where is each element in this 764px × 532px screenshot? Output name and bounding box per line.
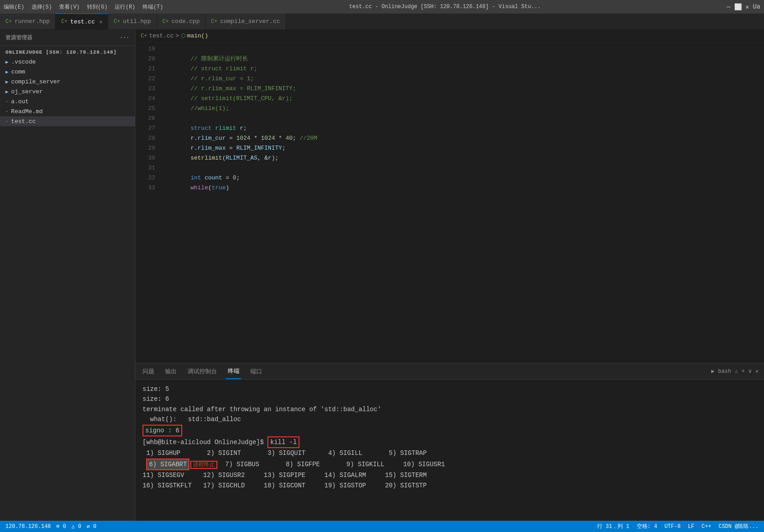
signo-box: signo : 6	[143, 425, 182, 436]
kill-cmd-box: kill -l	[267, 436, 299, 448]
menu-select[interactable]: 选择(S)	[32, 3, 52, 11]
menu-run[interactable]: 运行(R)	[115, 3, 135, 11]
sidebar-item-testcc[interactable]: · test.cc	[0, 116, 135, 126]
code-line-22: // r.rlim_cur = 1;	[162, 74, 764, 84]
terminal-line-8: 6) SIGABRT进程终止 7) SIGBUS 8) SIGFPE 9) SI…	[143, 459, 757, 470]
code-editor[interactable]: 19 20 21 22 23 24 25 26 27 28 29 30 31 3…	[135, 42, 764, 363]
terminal-shell-label: bash	[718, 368, 731, 375]
status-credit: CSDN @陈陈...	[718, 523, 759, 530]
terminal-add-icon[interactable]: +	[741, 368, 745, 375]
folder-icon: ▶	[5, 59, 9, 65]
tab-terminal[interactable]: 终端	[226, 363, 241, 379]
terminal-line-4: what(): std::bad_alloc	[143, 414, 757, 424]
tab-bar: C+ runner.hpp C+ test.cc ✕ C+ util.hpp C…	[0, 14, 764, 30]
sidebar-item-aout[interactable]: · a.out	[0, 96, 135, 106]
status-sync[interactable]: ⇄ 0	[87, 523, 97, 530]
breadcrumb-separator: >	[175, 32, 179, 39]
line-num-24: 24	[148, 94, 155, 104]
status-language[interactable]: C++	[702, 523, 712, 530]
window-controls[interactable]: — ⬜ ✕ Ua	[727, 3, 760, 11]
line-num-29: 29	[148, 143, 155, 153]
file-icon: ·	[5, 99, 9, 104]
tab-debug-console[interactable]: 调试控制台	[186, 363, 219, 379]
sidebar-item-oj-server[interactable]: ▶ oj_server	[0, 87, 135, 96]
terminal-panel: 问题 输出 调试控制台 终端 端口 ▶ bash ⚠ + ∨ ✕ size: 5…	[135, 363, 764, 521]
menu-bar[interactable]: 编辑(E) 选择(S) 查看(V) 转到(G) 运行(R) 终端(T)	[4, 3, 163, 11]
tab-ports[interactable]: 端口	[249, 363, 264, 379]
status-eol: LF	[688, 523, 694, 530]
window-minimize[interactable]: —	[727, 3, 730, 11]
sidebar-item-comm[interactable]: ▶ comm	[0, 67, 135, 77]
line-num-30: 30	[148, 153, 155, 163]
tab-runner-hpp[interactable]: C+ runner.hpp	[0, 14, 55, 29]
status-line-col[interactable]: 行 31，列 1	[597, 523, 630, 530]
terminal-line-1: size: 5	[143, 384, 757, 394]
terminal-line-7: 1) SIGHUP 2) SIGINT 3) SIGQUIT 4) SIGILL…	[143, 448, 757, 458]
sidebar-item-label: oj_server	[11, 88, 43, 95]
sidebar-item-label: ReadMe.md	[11, 108, 43, 115]
terminal-body: size: 5 size: 6 terminate called after t…	[135, 380, 764, 521]
tab-label-util: util.hpp	[123, 18, 151, 25]
line-num-26: 26	[148, 114, 155, 124]
code-line-19	[162, 44, 764, 54]
breadcrumb-func[interactable]: main()	[187, 32, 208, 39]
terminal-close-icon[interactable]: ✕	[755, 368, 759, 375]
folder-icon: ▶	[5, 79, 9, 85]
status-errors[interactable]: ⊗ 0	[56, 523, 66, 530]
breadcrumb-file-icon: C+	[141, 33, 147, 39]
code-line-23: // r.rlim_max = RLIM_INFINITY;	[162, 84, 764, 94]
code-line-21: // struct rlimit r;	[162, 64, 764, 74]
breadcrumb-file[interactable]: test.cc	[149, 32, 174, 39]
terminal-prompt: [whb@bite-alicloud OnlineJudge]$	[143, 439, 267, 446]
tab-code-cpp[interactable]: C+ code.cpp	[157, 14, 206, 29]
code-view: 19 20 21 22 23 24 25 26 27 28 29 30 31 3…	[135, 42, 764, 363]
tab-icon-compile: C+	[211, 18, 217, 25]
tab-compile-server[interactable]: C+ compile_server.cc	[206, 14, 286, 29]
title-bar: 编辑(E) 选择(S) 查看(V) 转到(G) 运行(R) 终端(T) test…	[0, 0, 764, 14]
terminal-run-icon: ▶	[711, 368, 714, 375]
terminal-split-icon[interactable]: ∨	[749, 368, 752, 375]
account-icon[interactable]: Ua	[753, 3, 760, 11]
code-line-33: while(true)	[162, 183, 764, 193]
sidebar-item-compile-server[interactable]: ▶ compile_server	[0, 77, 135, 87]
tab-issues[interactable]: 问题	[141, 363, 156, 379]
sidebar-item-label: compile_server	[11, 78, 60, 85]
tab-util-hpp[interactable]: C+ util.hpp	[108, 14, 157, 29]
sigabrt-box: 6) SIGABRT	[146, 459, 189, 470]
sidebar-item-vscode[interactable]: ▶ .vscode	[0, 57, 135, 67]
status-spaces[interactable]: 空格: 4	[637, 523, 658, 530]
status-warnings[interactable]: △ 0	[71, 523, 81, 530]
sidebar-more-icon[interactable]: ···	[120, 35, 129, 41]
code-line-29: r.rlim_max = RLIM_INFINITY;	[162, 143, 764, 153]
menu-terminal[interactable]: 终端(T)	[143, 3, 163, 11]
code-content[interactable]: // 限制累计运行时长 // struct rlimit r; // r.rli…	[159, 42, 764, 363]
window-title: test.cc - OnlineJudge [SSH: 120.78.126.1…	[169, 4, 722, 10]
window-close[interactable]: ✕	[746, 3, 749, 11]
sidebar-item-readme[interactable]: · ReadMe.md	[0, 106, 135, 116]
window-maximize[interactable]: ⬜	[734, 3, 742, 11]
menu-goto[interactable]: 转到(G)	[87, 3, 108, 11]
code-line-25: //while(1);	[162, 104, 764, 114]
code-line-20: // 限制累计运行时长	[162, 54, 764, 64]
terminal-line-5: signo : 6	[143, 425, 757, 436]
menu-edit[interactable]: 编辑(E)	[4, 3, 24, 11]
tab-close-test[interactable]: ✕	[99, 19, 102, 25]
tab-icon-util: C+	[114, 18, 120, 25]
terminal-tabs: 问题 输出 调试控制台 终端 端口 ▶ bash ⚠ + ∨ ✕	[135, 363, 764, 380]
terminal-line-2: size: 6	[143, 394, 757, 404]
terminal-controls: ▶ bash ⚠ + ∨ ✕	[711, 368, 759, 375]
line-numbers: 19 20 21 22 23 24 25 26 27 28 29 30 31 3…	[135, 42, 159, 363]
breadcrumb: C+ test.cc > ⬡ main()	[135, 30, 764, 42]
line-num-32: 32	[148, 173, 155, 183]
menu-view[interactable]: 查看(V)	[59, 3, 80, 11]
sidebar-item-label: comm	[11, 69, 25, 75]
folder-icon: ▶	[5, 89, 9, 95]
tab-test-cc[interactable]: C+ test.cc ✕	[55, 14, 108, 29]
folder-icon: ▶	[5, 69, 9, 75]
line-num-25: 25	[148, 104, 155, 114]
line-num-27: 27	[148, 124, 155, 133]
status-encoding[interactable]: UTF-8	[664, 523, 681, 530]
sidebar-section: ONLINEJUDGE [SSH: 120.78.126.148]	[0, 46, 135, 57]
status-ssh[interactable]: 120.78.126.148	[5, 523, 51, 530]
tab-output[interactable]: 输出	[163, 363, 179, 379]
